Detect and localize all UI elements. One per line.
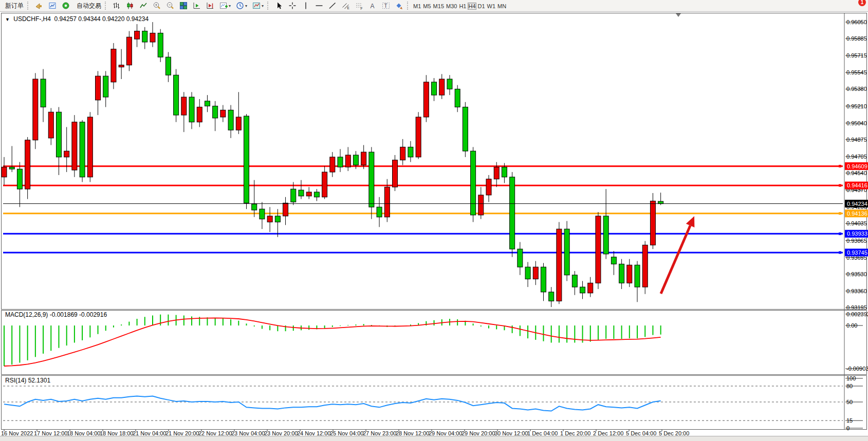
signal-service-button[interactable] <box>60 0 72 11</box>
tile-windows-button[interactable] <box>177 0 190 11</box>
candlestick-chart-icon <box>126 2 134 10</box>
price-axis-label: 0.95380 <box>846 86 867 92</box>
auto-scroll-button[interactable] <box>191 0 203 11</box>
candle-body <box>220 110 226 117</box>
candle-body <box>197 107 202 122</box>
candle-body <box>189 97 194 122</box>
trendline-button[interactable] <box>326 0 339 11</box>
line-endpoint[interactable] <box>839 233 841 235</box>
price-tag-label: 0.94609 <box>847 163 867 169</box>
equidistant-channel-button[interactable]: E <box>340 0 352 11</box>
line-endpoint[interactable] <box>839 165 841 167</box>
candle-body <box>408 147 413 157</box>
price-axis-label: 0.93865 <box>846 238 867 244</box>
templates-button[interactable]: ▾ <box>250 0 266 11</box>
timeframe-button-h1[interactable]: H1 <box>458 3 467 10</box>
timeframe-button-mn[interactable]: MN <box>497 3 507 10</box>
candle-body <box>510 177 515 249</box>
timeframe-button-m15[interactable]: M15 <box>433 3 445 10</box>
timeframe-button-m5[interactable]: M5 <box>422 3 431 10</box>
timeframe-button-m1[interactable]: M1 <box>413 3 421 10</box>
price-axis-label: 0.95040 <box>846 120 867 126</box>
macd-axis-label: -0.009037 <box>846 366 868 372</box>
candle-body <box>611 257 616 264</box>
periods-icon <box>236 2 244 10</box>
line-endpoint[interactable] <box>839 251 841 254</box>
cursor-button[interactable] <box>273 0 285 11</box>
svg-text:T: T <box>384 3 387 9</box>
candle-body <box>299 190 304 196</box>
candle-body <box>25 140 30 189</box>
price-tag-label: 0.94136 <box>847 210 867 217</box>
arrows-button[interactable] <box>393 0 405 11</box>
bottom-scroll-strip[interactable] <box>0 436 868 441</box>
chart-shift-icon <box>206 2 214 10</box>
zoom-out-button[interactable] <box>164 0 176 11</box>
chart-area[interactable]: 0.960500.958850.957150.955450.953800.952… <box>0 12 868 441</box>
line-endpoint[interactable] <box>839 184 841 187</box>
auto-trading-label: 自动交易 <box>77 2 101 10</box>
line-endpoint[interactable] <box>839 212 841 215</box>
vertical-line-icon <box>302 2 310 10</box>
zoom-in-button[interactable] <box>151 0 163 11</box>
chevron-down-icon: ▾ <box>262 4 264 8</box>
signal-service-icon <box>62 2 70 10</box>
text-label-button[interactable]: T <box>380 0 392 11</box>
candle-body <box>580 287 585 293</box>
timeframe-button-m30[interactable]: M30 <box>446 3 457 10</box>
price-axis-label: 0.94875 <box>846 137 867 143</box>
price-tag-label: 0.94234 <box>847 201 867 207</box>
candle-body <box>126 37 132 65</box>
chart-window-button[interactable] <box>46 0 59 11</box>
candle-body <box>41 79 46 107</box>
bar-chart-button[interactable] <box>110 0 123 11</box>
vertical-line-button[interactable] <box>300 0 312 11</box>
candle-body <box>291 189 296 202</box>
candle-body <box>439 79 445 95</box>
line-chart-button[interactable] <box>137 0 150 11</box>
chart-window-icon <box>48 2 57 10</box>
notifications-button[interactable]: 1 <box>860 0 864 11</box>
candle-body <box>400 147 405 160</box>
candle-body <box>275 216 280 222</box>
symbol-name: USDCHF-,H4 <box>13 15 51 23</box>
periods-button[interactable]: ▾ <box>234 0 249 11</box>
candle-body <box>338 157 343 167</box>
notification-badge: 1 <box>858 0 866 6</box>
symbol-dropdown-icon[interactable]: ▼ <box>5 17 10 22</box>
toolbar: 新订单 自动交易 ▾▾▾ EFAT M1M5M15M30H1H4D1W1MN 1 <box>0 0 868 12</box>
candle-body <box>213 106 218 118</box>
candle-body <box>393 160 398 187</box>
auto-trading-button[interactable]: 自动交易 <box>73 0 103 11</box>
candle-body <box>432 82 437 95</box>
tile-windows-icon <box>179 2 188 10</box>
text-button[interactable]: A <box>366 0 379 11</box>
candle-body <box>322 172 327 197</box>
timeframe-button-h4[interactable]: H4 <box>468 3 476 10</box>
fibonacci-button[interactable]: F <box>353 0 365 11</box>
horizontal-line-button[interactable] <box>313 0 325 11</box>
ohlc-values: 0.94257 0.94344 0.94220 0.94234 <box>54 15 149 23</box>
candle-body <box>603 216 608 254</box>
indicators-button[interactable]: ▾ <box>217 0 233 11</box>
price-axis-label: 0.94035 <box>846 220 867 226</box>
price-axis-label: 0.95885 <box>846 35 867 42</box>
candle-body <box>135 31 140 40</box>
candle-body <box>330 157 335 172</box>
candle-body <box>17 169 22 189</box>
candle-body <box>87 117 93 177</box>
price-chart[interactable]: 0.960500.958850.957150.955450.953800.952… <box>0 12 868 441</box>
fibonacci-icon: F <box>355 2 363 10</box>
candle-body <box>111 49 116 82</box>
candle-body <box>267 216 272 222</box>
bar-chart-icon <box>113 2 121 10</box>
chart-shift-button[interactable] <box>204 0 216 11</box>
crosshair-button[interactable] <box>286 0 299 11</box>
announcement-horn-button[interactable] <box>33 0 45 11</box>
candlestick-chart-button[interactable] <box>124 0 136 11</box>
candle-body <box>557 229 562 301</box>
candle-body <box>455 89 460 107</box>
new-order-button[interactable]: 新订单 <box>2 0 26 11</box>
timeframe-button-d1[interactable]: D1 <box>477 3 486 10</box>
timeframe-button-w1[interactable]: W1 <box>487 3 496 10</box>
